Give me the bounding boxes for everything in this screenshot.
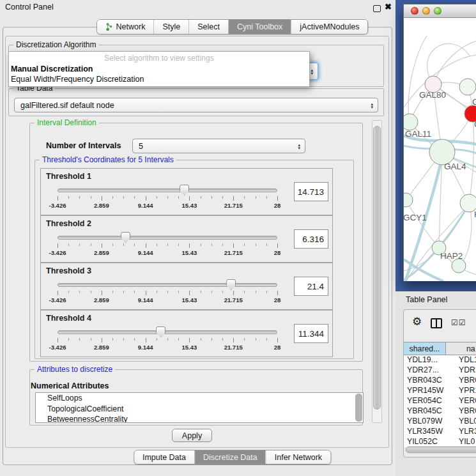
attributes-list-scrollbar[interactable] [355, 394, 362, 422]
table-row[interactable]: YBR045CYBR0 [404, 406, 476, 417]
threshold-value-field[interactable]: 14.713 [294, 182, 328, 201]
table-row[interactable]: YBR043CYBR0 [404, 376, 476, 386]
panel-vertical-scrollbar[interactable] [372, 120, 382, 423]
slider-track[interactable] [58, 330, 277, 334]
tab-jactivemnodules[interactable]: jActiveMNodules [291, 20, 367, 34]
window-close-button[interactable] [411, 7, 418, 15]
numerical-attributes-label: Numerical Attributes [31, 381, 109, 390]
tick-mark [112, 291, 113, 293]
attribute-item-topologicalcoefficient[interactable]: TopologicalCoefficient [36, 404, 363, 415]
tick-mark [189, 338, 190, 342]
tick-mark [79, 196, 80, 199]
threshold-value-field[interactable]: 6.316 [294, 229, 328, 249]
tick-mark [201, 243, 201, 246]
network-window-titlebar[interactable] [404, 4, 476, 18]
float-window-icon[interactable] [373, 5, 381, 12]
scrollbar-thumb[interactable] [355, 394, 362, 422]
tick-mark [123, 243, 124, 246]
slider-thumb[interactable] [156, 326, 165, 337]
tick-mark [134, 196, 135, 199]
cell-name: YBR0 [446, 406, 476, 417]
tick-mark [178, 243, 179, 246]
tab-cyni-toolbox[interactable]: Cyni Toolbox [228, 20, 291, 34]
attribute-item-betweennesscentrality[interactable]: BetweennessCentrality [36, 414, 363, 423]
tick-mark [189, 196, 190, 201]
tick-mark [256, 196, 256, 199]
tick-mark [58, 338, 58, 342]
slider-thumb[interactable] [121, 232, 130, 243]
tick-mark [146, 196, 146, 201]
table-horizontal-scrollbar[interactable] [405, 446, 476, 454]
tick-mark [68, 196, 69, 199]
tick-mark [244, 243, 245, 246]
tab-infer-network[interactable]: Infer Network [266, 450, 330, 464]
tick-mark [157, 196, 157, 199]
tab-discretize-data[interactable]: Discretize Data [194, 450, 266, 464]
table-data-combobox[interactable]: galFiltered.sif default node [14, 98, 378, 112]
tick-label: -3.426 [49, 344, 66, 351]
network-view-window[interactable]: GAL80GACGAL11GAL4GCY1HHAP2 [403, 4, 476, 281]
tick-label: 28 [274, 202, 281, 209]
threshold-value-field[interactable]: 11.344 [294, 324, 328, 343]
tick-mark [102, 338, 102, 342]
table-row[interactable]: YDR27...YDR2 [404, 365, 476, 376]
slider-track[interactable] [58, 283, 277, 287]
slider-thumb[interactable] [226, 279, 236, 290]
column-header-name[interactable]: na [446, 342, 476, 355]
algorithm-group-title: Discretization Algorithm [13, 40, 98, 49]
gear-icon[interactable] [412, 315, 422, 328]
network-node-gcy1[interactable] [404, 193, 413, 207]
window-minimize-button[interactable] [422, 7, 430, 15]
num-intervals-combobox[interactable]: 5 [132, 139, 305, 153]
close-icon[interactable] [385, 2, 392, 12]
slider-track[interactable] [58, 188, 277, 192]
tab-impute-data[interactable]: Impute Data [134, 450, 194, 464]
table-row[interactable]: YPR145WYPR1 [404, 386, 476, 396]
column-layout-icon[interactable] [431, 318, 442, 328]
network-node-gal11[interactable] [404, 114, 418, 130]
numerical-attributes-list[interactable]: SelfLoopsTopologicalCoefficientBetweenne… [35, 392, 364, 423]
tick-mark [91, 196, 91, 199]
node-label-ga: GA [472, 97, 476, 107]
table-row[interactable]: YLR345WYLR3 [404, 427, 476, 437]
tick-label: 15.43 [182, 344, 197, 351]
select-columns-icon[interactable] [451, 318, 466, 327]
cell-shared-name: YPR145W [404, 386, 446, 396]
tick-mark [91, 338, 91, 341]
tick-mark [233, 243, 234, 248]
tick-label: 15.43 [182, 202, 197, 209]
threshold-value-field[interactable]: 21.4 [294, 277, 328, 296]
slider-track[interactable] [58, 236, 277, 240]
tab-select[interactable]: Select [188, 20, 228, 34]
tab-label: Impute Data [142, 453, 186, 462]
tick-mark [112, 196, 113, 199]
tick-mark [201, 291, 201, 293]
tab-network[interactable]: Network [97, 20, 154, 34]
dropdown-option-equal-width-frequency-discretization[interactable]: Equal Width/Frequency Discretization [9, 74, 309, 84]
table-row[interactable]: YDL19...YDL1 [404, 355, 476, 365]
network-node-ga[interactable] [459, 79, 476, 95]
cell-shared-name: YBR043C [404, 376, 446, 386]
tab-style[interactable]: Style [153, 20, 188, 34]
table-row[interactable]: YBL079WYBL0 [404, 417, 476, 427]
column-header-shared-name[interactable]: shared... [404, 342, 446, 355]
tick-label: 2.859 [94, 202, 109, 209]
dropdown-option-manual-discretization[interactable]: Manual Discretization [9, 64, 309, 74]
tab-label: Cyni Toolbox [237, 22, 282, 31]
threshold-panel-3: Threshold 3-3.4262.8599.14415.4321.71528… [40, 263, 333, 310]
slider-thumb[interactable] [180, 185, 189, 196]
window-zoom-button[interactable] [434, 7, 441, 15]
scrollbar-thumb[interactable] [373, 126, 381, 410]
tick-mark [167, 196, 168, 199]
table-row[interactable]: YER054CYER0 [404, 396, 476, 406]
scrollbar-thumb[interactable] [406, 447, 476, 453]
cell-name: YPR1 [446, 386, 476, 396]
tick-mark [277, 243, 278, 248]
network-node-gal4[interactable] [429, 139, 455, 165]
threshold-panel-4: Threshold 4-3.4262.8599.14415.4321.71528… [40, 310, 333, 357]
tab-label: Network [116, 22, 146, 31]
network-canvas[interactable]: GAL80GACGAL11GAL4GCY1HHAP2 [404, 18, 476, 281]
apply-button[interactable]: Apply [172, 429, 212, 442]
attribute-item-selfloops[interactable]: SelfLoops [36, 393, 363, 404]
network-node-node[interactable] [452, 259, 466, 273]
